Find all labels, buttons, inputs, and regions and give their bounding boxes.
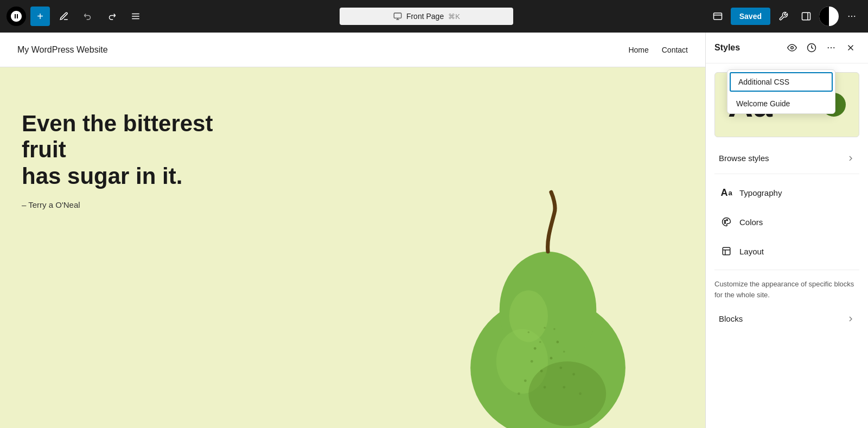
toolbar-center: Front Page ⌘K xyxy=(150,8,704,25)
main-layout: My WordPress Website Home Contact Even t… xyxy=(0,33,868,428)
sidebar-header-icons xyxy=(783,39,859,56)
svg-point-38 xyxy=(831,47,832,48)
hero-section: Even the bitterest fruithas sugar in it.… xyxy=(0,67,705,428)
sidebar-content: Browse styles Aa Typography xyxy=(706,146,868,428)
divider-2 xyxy=(714,270,859,270)
blocks-label: Blocks xyxy=(719,314,846,323)
styles-sidebar: Styles xyxy=(705,33,868,428)
hero-heading: Even the bitterest fruithas sugar in it. xyxy=(22,111,250,189)
svg-point-12 xyxy=(854,16,855,17)
svg-rect-6 xyxy=(713,13,722,20)
styles-more-button[interactable] xyxy=(822,39,840,56)
typography-icon: Aa xyxy=(719,185,734,200)
browse-styles-chevron-icon xyxy=(846,154,855,163)
svg-point-19 xyxy=(550,357,553,360)
svg-point-34 xyxy=(518,392,520,395)
styles-eye-button[interactable] xyxy=(783,39,801,56)
svg-point-11 xyxy=(851,16,852,17)
layout-icon xyxy=(719,244,734,259)
undo-button[interactable] xyxy=(78,7,98,26)
colors-icon xyxy=(719,214,734,229)
svg-point-20 xyxy=(540,370,543,373)
hero-attribution: – Terry a O'Neal xyxy=(22,200,250,209)
view-button[interactable] xyxy=(708,7,727,26)
add-block-button[interactable]: + xyxy=(30,7,50,26)
svg-rect-8 xyxy=(802,12,810,20)
svg-point-29 xyxy=(539,341,541,343)
svg-point-35 xyxy=(791,47,794,49)
list-view-button[interactable] xyxy=(126,7,145,26)
typography-label: Typography xyxy=(739,188,855,197)
browse-styles-row[interactable]: Browse styles xyxy=(710,147,864,169)
layout-row[interactable]: Layout xyxy=(710,237,864,265)
dropdown-menu: Additional CSS Welcome Guide xyxy=(727,69,835,114)
hero-text: Even the bitterest fruithas sugar in it.… xyxy=(0,67,271,253)
sidebar-header: Styles xyxy=(706,33,868,63)
svg-point-32 xyxy=(572,373,575,376)
hero-pear xyxy=(434,168,662,428)
toolbar: + Front Page ⌘K xyxy=(0,0,868,33)
sidebar-close-button[interactable] xyxy=(842,39,859,56)
redo-button[interactable] xyxy=(102,7,122,26)
more-options-button[interactable] xyxy=(842,7,861,26)
blocks-row[interactable]: Blocks xyxy=(710,308,864,330)
dropdown-welcome-guide[interactable]: Welcome Guide xyxy=(727,94,835,113)
canvas-area: My WordPress Website Home Contact Even t… xyxy=(0,33,705,428)
svg-point-42 xyxy=(724,222,725,223)
svg-point-43 xyxy=(724,220,725,221)
svg-point-33 xyxy=(579,392,582,395)
keyboard-shortcut: ⌘K xyxy=(448,12,460,21)
layout-label: Layout xyxy=(739,247,855,256)
svg-point-39 xyxy=(833,47,834,48)
typography-row[interactable]: Aa Typography xyxy=(710,178,864,207)
colors-row[interactable]: Colors xyxy=(710,208,864,236)
svg-point-37 xyxy=(828,47,829,48)
svg-point-10 xyxy=(848,16,850,17)
svg-point-21 xyxy=(556,341,559,343)
site-nav: Home Contact xyxy=(628,46,688,54)
svg-point-25 xyxy=(563,386,565,388)
svg-point-28 xyxy=(553,328,556,330)
svg-point-24 xyxy=(544,386,546,388)
saved-button[interactable]: Saved xyxy=(731,8,770,25)
sidebar-toggle-button[interactable] xyxy=(796,7,816,26)
svg-point-31 xyxy=(524,379,527,382)
dropdown-additional-css[interactable]: Additional CSS xyxy=(730,72,833,92)
nav-contact[interactable]: Contact xyxy=(662,46,688,54)
svg-rect-45 xyxy=(723,247,730,255)
svg-point-23 xyxy=(531,360,533,363)
divider-1 xyxy=(714,174,859,174)
svg-point-30 xyxy=(563,351,565,353)
wp-logo[interactable] xyxy=(7,7,26,26)
contrast-toggle[interactable] xyxy=(819,7,839,26)
svg-point-26 xyxy=(528,331,530,334)
nav-home[interactable]: Home xyxy=(628,46,648,54)
pen-tool-button[interactable] xyxy=(54,7,74,26)
svg-point-27 xyxy=(544,327,546,329)
colors-label: Colors xyxy=(739,218,855,227)
toolbar-right: Saved xyxy=(708,7,861,26)
site-title: My WordPress Website xyxy=(17,45,108,55)
tools-button[interactable] xyxy=(774,7,793,26)
site-header: My WordPress Website Home Contact xyxy=(0,33,705,67)
browse-styles-label: Browse styles xyxy=(719,154,846,163)
svg-point-44 xyxy=(726,220,727,221)
page-title-text: Front Page xyxy=(406,12,444,21)
svg-point-22 xyxy=(559,367,562,369)
blocks-chevron-icon xyxy=(846,315,855,323)
sidebar-description: Customize the appearance of specific blo… xyxy=(706,274,868,306)
sidebar-title: Styles xyxy=(714,43,779,53)
styles-history-button[interactable] xyxy=(803,39,820,56)
svg-rect-3 xyxy=(394,13,401,18)
svg-point-18 xyxy=(534,347,537,350)
page-title-button[interactable]: Front Page ⌘K xyxy=(340,8,513,25)
